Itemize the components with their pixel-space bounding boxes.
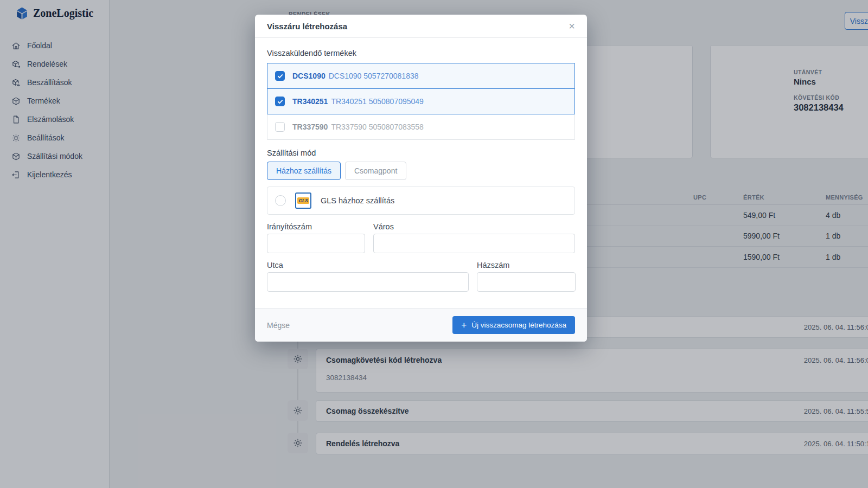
carrier-label: GLS házhoz szállítás — [321, 196, 394, 205]
radio-unselected-icon[interactable] — [275, 195, 286, 206]
return-item-tr340251[interactable]: TR340251TR340251 5050807095049 — [267, 88, 575, 114]
create-return-modal: Visszáru létrehozása × Visszaküldendő te… — [255, 15, 587, 342]
zip-label: Irányítószám — [267, 222, 365, 231]
item-code: DCS1090 — [292, 72, 326, 80]
gls-logo-icon: GLS — [295, 192, 311, 209]
house-number-input[interactable] — [477, 272, 576, 292]
plus-icon: + — [461, 320, 467, 330]
close-icon[interactable]: × — [569, 21, 575, 31]
tab-csomagpont[interactable]: Csomagpont — [345, 162, 406, 180]
return-products-label: Visszaküldendő termékek — [267, 49, 575, 57]
zip-input[interactable] — [267, 234, 365, 253]
house-number-label: Házszám — [477, 261, 576, 269]
item-code: TR337590 — [292, 123, 328, 131]
return-item-tr337590[interactable]: TR337590TR337590 5050807083558 — [267, 114, 575, 140]
city-input[interactable] — [373, 234, 575, 253]
checkbox-checked-icon[interactable] — [275, 71, 285, 81]
checkbox-checked-icon[interactable] — [275, 97, 285, 106]
item-code: TR340251 — [292, 97, 328, 106]
tab-hazhoz-szallitas[interactable]: Házhoz szállítás — [267, 162, 341, 180]
modal-title: Visszáru létrehozása — [267, 22, 347, 31]
item-desc: TR337590 5050807083558 — [331, 123, 424, 131]
modal-body: Visszaküldendő termékek DCS1090DCS1090 5… — [255, 38, 587, 292]
city-label: Város — [373, 222, 575, 231]
checkbox-unchecked-icon[interactable] — [275, 122, 285, 132]
carrier-option-gls[interactable]: GLS GLS házhoz szállítás — [267, 187, 575, 215]
submit-label: Új visszacsomag létrehozása — [471, 321, 566, 329]
shipping-method-tabs: Házhoz szállítás Csomagpont — [267, 162, 575, 180]
item-desc: TR340251 5050807095049 — [331, 97, 424, 106]
return-item-dcs1090[interactable]: DCS1090DCS1090 5057270081838 — [267, 63, 575, 89]
modal-header: Visszáru létrehozása × — [255, 15, 587, 38]
street-label: Utca — [267, 261, 469, 269]
modal-footer: Mégse + Új visszacsomag létrehozása — [255, 308, 587, 342]
create-return-package-button[interactable]: + Új visszacsomag létrehozása — [452, 316, 575, 334]
item-desc: DCS1090 5057270081838 — [329, 72, 419, 80]
cancel-button[interactable]: Mégse — [267, 321, 290, 330]
street-input[interactable] — [267, 272, 469, 292]
shipping-method-label: Szállítási mód — [267, 149, 575, 157]
